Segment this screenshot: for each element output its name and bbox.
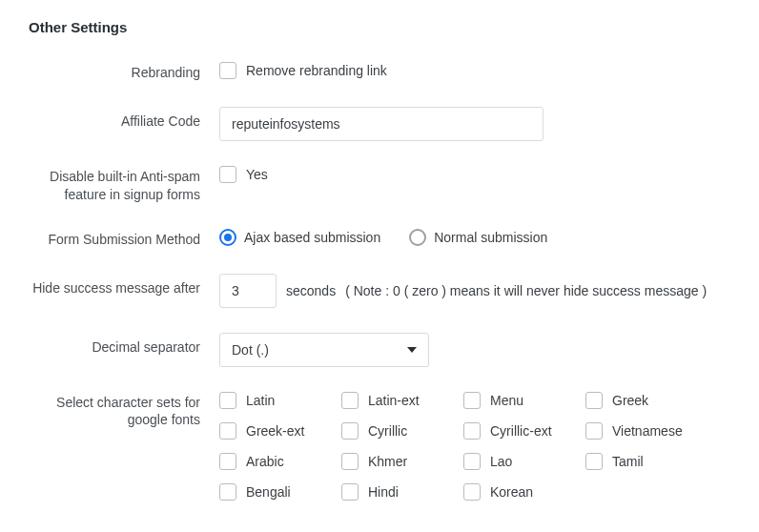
charset-item: Cyrillic bbox=[341, 422, 463, 440]
charset-label: Vietnamese bbox=[612, 423, 683, 439]
row-hide-success: Hide success message after seconds ( Not… bbox=[29, 274, 730, 308]
checkbox-charset-vietnamese[interactable] bbox=[585, 422, 603, 440]
charset-item: Greek bbox=[585, 392, 708, 409]
checkbox-charset-arabic[interactable] bbox=[219, 453, 236, 470]
label-antispam: Disable built-in Anti-spam feature in si… bbox=[29, 166, 219, 204]
charset-row: LatinLatin-extMenuGreek bbox=[219, 392, 708, 409]
charset-item: Korean bbox=[463, 483, 585, 501]
checkbox-charset-latin-ext[interactable] bbox=[341, 392, 359, 409]
checkbox-charset-khmer[interactable] bbox=[341, 453, 359, 470]
checkbox-rebranding-label: Remove rebranding link bbox=[246, 63, 387, 78]
charset-item: Lao bbox=[463, 453, 585, 470]
checkbox-antispam[interactable] bbox=[219, 166, 236, 183]
charset-item: Hindi bbox=[341, 483, 463, 501]
charset-row: ArabicKhmerLaoTamil bbox=[219, 453, 708, 470]
row-submission: Form Submission Method Ajax based submis… bbox=[29, 229, 730, 249]
charsets-grid: LatinLatin-extMenuGreekGreek-extCyrillic… bbox=[219, 392, 708, 501]
checkbox-charset-latin[interactable] bbox=[219, 392, 236, 409]
charset-label: Cyrillic bbox=[368, 423, 407, 439]
checkbox-charset-greek[interactable] bbox=[585, 392, 603, 409]
charset-label: Latin-ext bbox=[368, 393, 420, 408]
charset-label: Lao bbox=[490, 454, 512, 469]
charset-row: BengaliHindiKorean bbox=[219, 483, 708, 501]
radio-normal[interactable] bbox=[409, 229, 426, 246]
hide-success-unit: seconds bbox=[286, 283, 336, 298]
checkbox-charset-korean[interactable] bbox=[463, 483, 481, 501]
charset-row: Greek-extCyrillicCyrillic-extVietnamese bbox=[219, 422, 708, 440]
checkbox-rebranding[interactable] bbox=[219, 62, 236, 79]
charset-item: Cyrillic-ext bbox=[463, 422, 585, 440]
charset-label: Greek bbox=[612, 393, 648, 408]
checkbox-charset-bengali[interactable] bbox=[219, 483, 236, 501]
checkbox-charset-hindi[interactable] bbox=[341, 483, 359, 501]
charset-item: Tamil bbox=[585, 453, 708, 470]
input-affiliate-code[interactable] bbox=[219, 107, 544, 141]
input-hide-seconds[interactable] bbox=[219, 274, 277, 308]
charset-label: Bengali bbox=[246, 484, 291, 500]
charset-item: Latin-ext bbox=[341, 392, 463, 409]
hide-success-note: ( Note : 0 ( zero ) means it will never … bbox=[345, 283, 707, 298]
label-charsets: Select character sets for google fonts bbox=[29, 392, 219, 430]
charset-item: Menu bbox=[463, 392, 585, 409]
charset-label: Korean bbox=[490, 484, 533, 500]
checkbox-charset-tamil[interactable] bbox=[585, 453, 603, 470]
label-decimal: Decimal separator bbox=[29, 333, 219, 357]
label-submission: Form Submission Method bbox=[29, 229, 219, 249]
row-rebranding: Rebranding Remove rebranding link bbox=[29, 62, 730, 82]
checkbox-charset-cyrillic-ext[interactable] bbox=[463, 422, 481, 440]
charset-item: Greek-ext bbox=[219, 422, 341, 440]
radio-ajax[interactable] bbox=[219, 229, 236, 246]
charset-label: Arabic bbox=[246, 454, 284, 469]
label-rebranding: Rebranding bbox=[29, 62, 219, 82]
charset-label: Cyrillic-ext bbox=[490, 423, 552, 439]
charset-item: Bengali bbox=[219, 483, 341, 501]
charset-item: Khmer bbox=[341, 453, 463, 470]
checkbox-antispam-label: Yes bbox=[246, 167, 268, 182]
charset-label: Latin bbox=[246, 393, 275, 408]
charset-label: Hindi bbox=[368, 484, 399, 500]
checkbox-charset-cyrillic[interactable] bbox=[341, 422, 359, 440]
label-affiliate: Affiliate Code bbox=[29, 107, 219, 131]
section-title: Other Settings bbox=[29, 19, 730, 35]
charset-item: Latin bbox=[219, 392, 341, 409]
charset-item: Arabic bbox=[219, 453, 341, 470]
radio-normal-label: Normal submission bbox=[434, 230, 547, 245]
row-affiliate: Affiliate Code bbox=[29, 107, 730, 141]
charset-item: Vietnamese bbox=[585, 422, 708, 440]
label-hide-success: Hide success message after bbox=[29, 274, 219, 297]
charset-label: Tamil bbox=[612, 454, 644, 469]
row-decimal: Decimal separator Dot (.) bbox=[29, 333, 730, 367]
caret-down-icon bbox=[407, 347, 417, 353]
charset-label: Greek-ext bbox=[246, 423, 304, 439]
row-antispam: Disable built-in Anti-spam feature in si… bbox=[29, 166, 730, 204]
checkbox-charset-lao[interactable] bbox=[463, 453, 481, 470]
charset-label: Menu bbox=[490, 393, 523, 408]
select-decimal[interactable]: Dot (.) bbox=[219, 333, 429, 367]
select-decimal-value: Dot (.) bbox=[232, 342, 269, 358]
checkbox-charset-greek-ext[interactable] bbox=[219, 422, 236, 440]
checkbox-charset-menu[interactable] bbox=[463, 392, 481, 409]
row-charsets: Select character sets for google fonts L… bbox=[29, 392, 730, 501]
radio-ajax-label: Ajax based submission bbox=[244, 230, 380, 245]
charset-label: Khmer bbox=[368, 454, 407, 469]
